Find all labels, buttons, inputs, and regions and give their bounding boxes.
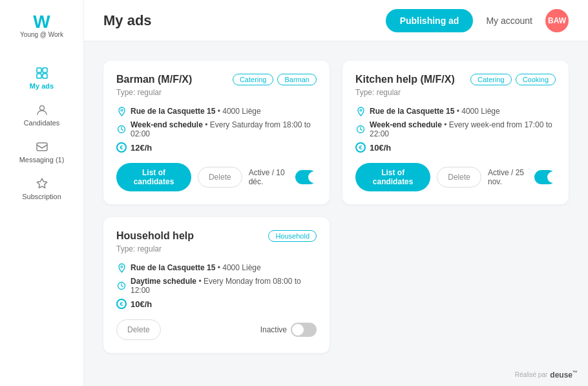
status-barman: Active / 10 déc. [249, 168, 317, 186]
status-household: Inactive [260, 323, 317, 337]
status-kitchen: Active / 25 nov. [488, 168, 556, 186]
ad-tags-kitchen: Catering Cooking [470, 74, 556, 85]
footer-brand: deuse™ [550, 370, 578, 380]
sidebar-item-candidates-label: Candidates [24, 119, 60, 127]
ad-price-barman: € 12€/h [116, 142, 317, 153]
sidebar-item-subscription[interactable]: Subscription [0, 170, 83, 207]
ad-schedule-barman: Week-end schedule • Every Saturday from … [116, 120, 317, 138]
location-icon-kitchen [355, 106, 366, 116]
svg-rect-0 [37, 68, 41, 72]
delete-household-button[interactable]: Delete [116, 319, 161, 340]
ad-schedule-kitchen: Week-end schedule • Every week-end from … [355, 120, 556, 138]
price-icon-kitchen: € [355, 142, 366, 153]
tag-barman: Barman [277, 74, 317, 85]
ad-actions-household: Delete Inactive [116, 319, 317, 340]
publish-ad-button[interactable]: Publishing ad [386, 9, 474, 32]
logo-tagline: Young @ Work [20, 31, 63, 39]
footer: Réalisé par deuse™ [515, 370, 578, 380]
schedule-barman: Week-end schedule • Every Saturday from … [131, 120, 317, 138]
location-icon-household [116, 263, 127, 273]
svg-point-8 [360, 109, 362, 111]
main-area: My ads Publishing ad My account BAW Barm… [84, 0, 588, 386]
candidates-icon [35, 103, 49, 117]
ad-schedule-household: Daytime schedule • Every Monday from 08:… [116, 277, 317, 295]
ad-card-barman: Barman (M/F/X) Catering Barman Type: reg… [103, 61, 330, 204]
price-icon-household: € [116, 299, 127, 309]
toggle-barman[interactable] [295, 170, 317, 184]
toggle-household[interactable] [291, 323, 317, 337]
tag-catering-kitchen: Catering [470, 74, 512, 85]
user-avatar[interactable]: BAW [545, 9, 569, 32]
sidebar-item-my-ads-label: My ads [30, 82, 54, 90]
address-household: Rue de la Casquette 15 • 4000 Liège [131, 263, 261, 272]
ads-grid-bottom: Household help Household Type: regular R… [103, 217, 569, 353]
ads-grid-top: Barman (M/F/X) Catering Barman Type: reg… [103, 61, 569, 204]
sidebar-item-messaging-label: Messaging (1) [19, 156, 65, 164]
ad-title-household: Household help [116, 230, 194, 242]
location-icon [116, 106, 127, 116]
ad-type-kitchen: Type: regular [355, 88, 556, 97]
ad-type-household: Type: regular [116, 244, 317, 253]
subscription-icon [35, 177, 49, 191]
list-candidates-kitchen-button[interactable]: List of candidates [355, 163, 430, 191]
delete-barman-button[interactable]: Delete [198, 167, 242, 188]
logo-letter: W [33, 13, 50, 31]
footer-text: Réalisé par [515, 371, 548, 378]
ad-tags-household: Household [268, 230, 317, 242]
svg-rect-1 [43, 68, 47, 72]
ad-title-kitchen-help: Kitchen help (M/F/X) [355, 74, 455, 85]
clock-icon-household [116, 281, 127, 291]
ad-card-kitchen-help: Kitchen help (M/F/X) Catering Cooking Ty… [342, 61, 569, 204]
ad-price-household: € 10€/h [116, 299, 317, 309]
price-icon: € [116, 142, 127, 153]
header-actions: Publishing ad My account BAW [386, 9, 569, 32]
schedule-kitchen: Week-end schedule • Every week-end from … [370, 120, 556, 138]
svg-rect-5 [37, 143, 47, 151]
status-text-household: Inactive [260, 325, 287, 334]
ad-location-kitchen: Rue de la Casquette 15 • 4000 Liège [355, 106, 556, 116]
sidebar-item-my-ads[interactable]: My ads [0, 59, 83, 96]
list-candidates-barman-button[interactable]: List of candidates [116, 163, 191, 191]
sidebar-item-subscription-label: Subscription [22, 193, 61, 200]
header: My ads Publishing ad My account BAW [84, 0, 588, 41]
sidebar-item-candidates[interactable]: Candidates [0, 96, 83, 133]
delete-kitchen-button[interactable]: Delete [437, 167, 481, 188]
clock-icon [116, 124, 127, 134]
address-barman: Rue de la Casquette 15 • 4000 Liège [131, 107, 261, 116]
svg-point-6 [121, 109, 123, 111]
status-text-kitchen: Active / 25 nov. [488, 168, 530, 186]
ad-tags-barman: Catering Barman [233, 74, 317, 85]
toggle-kitchen[interactable] [534, 170, 556, 184]
sidebar-item-messaging[interactable]: Messaging (1) [0, 133, 83, 170]
ad-actions-barman: List of candidates Delete Active / 10 dé… [116, 163, 317, 191]
schedule-household: Daytime schedule • Every Monday from 08:… [131, 277, 317, 295]
svg-rect-3 [43, 74, 47, 78]
ad-location-barman: Rue de la Casquette 15 • 4000 Liège [116, 106, 317, 116]
status-text-barman: Active / 10 déc. [249, 168, 291, 186]
ad-title-barman: Barman (M/F/X) [116, 74, 192, 85]
content-area: Barman (M/F/X) Catering Barman Type: reg… [84, 41, 588, 386]
my-account-link[interactable]: My account [486, 16, 532, 26]
tag-household: Household [268, 230, 317, 242]
tag-catering: Catering [233, 74, 274, 85]
page-title: My ads [103, 12, 152, 29]
address-kitchen: Rue de la Casquette 15 • 4000 Liège [370, 107, 500, 116]
logo: W Young @ Work [20, 13, 63, 39]
tag-cooking: Cooking [516, 74, 556, 85]
clock-icon-kitchen [355, 124, 366, 134]
ad-type-barman: Type: regular [116, 88, 317, 97]
messaging-icon [35, 140, 49, 154]
sidebar: W Young @ Work My ads Candidates [0, 0, 84, 386]
svg-point-10 [121, 266, 123, 268]
svg-rect-2 [37, 74, 41, 78]
ad-location-household: Rue de la Casquette 15 • 4000 Liège [116, 263, 317, 273]
ad-actions-kitchen: List of candidates Delete Active / 25 no… [355, 163, 556, 191]
svg-point-4 [39, 106, 44, 111]
my-ads-icon [35, 66, 49, 80]
ad-card-household: Household help Household Type: regular R… [103, 217, 330, 353]
ad-price-kitchen: € 10€/h [355, 142, 556, 153]
